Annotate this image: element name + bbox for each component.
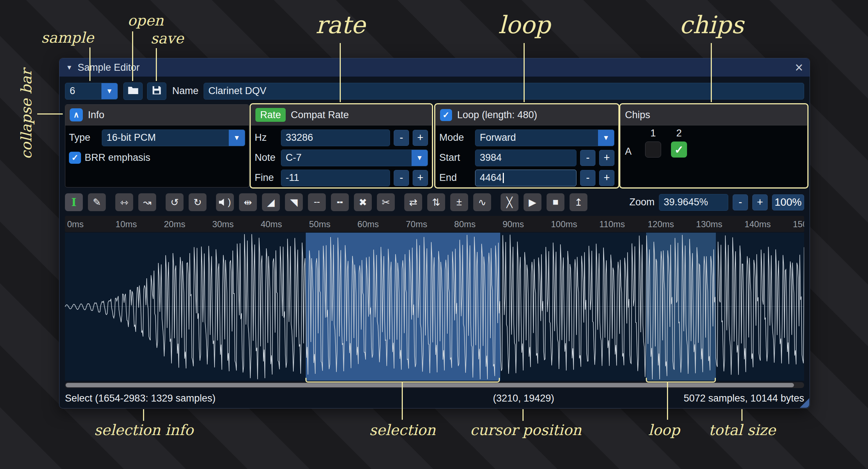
fine-minus-button[interactable]: - bbox=[394, 170, 409, 186]
zoom-input[interactable]: 39.9645% bbox=[659, 194, 728, 211]
loop-end-label: End bbox=[439, 172, 471, 183]
rate-panel-header: Rate Compat Rate bbox=[251, 105, 432, 125]
play-icon[interactable]: ▶ bbox=[524, 193, 541, 211]
zoom-out-button[interactable]: - bbox=[733, 194, 748, 210]
chips-panel-title: Chips bbox=[625, 109, 650, 121]
name-input[interactable]: Clarinet DQV bbox=[204, 83, 804, 100]
note-value: C-7 bbox=[286, 152, 302, 163]
sample-selector[interactable]: 6 ▼ bbox=[65, 83, 118, 100]
draw-icon[interactable]: ✎ bbox=[88, 193, 106, 211]
loop-start-plus-button[interactable]: + bbox=[599, 150, 614, 166]
waveform-display[interactable] bbox=[65, 233, 804, 381]
loop-end-plus-button[interactable]: + bbox=[599, 170, 614, 186]
undo-icon[interactable]: ↺ bbox=[166, 193, 184, 211]
hz-label: Hz bbox=[255, 132, 277, 143]
check-icon: ✓ bbox=[72, 153, 78, 163]
loop-start-minus-button[interactable]: - bbox=[580, 150, 595, 166]
ruler-label: 0ms bbox=[67, 219, 84, 229]
trim-icon[interactable]: ✂ bbox=[377, 193, 395, 211]
ruler-label: 60ms bbox=[358, 219, 379, 229]
loop-end-minus-button[interactable]: - bbox=[580, 170, 595, 186]
save-button[interactable] bbox=[147, 82, 166, 100]
ruler-label: 110ms bbox=[599, 219, 625, 229]
note-dropdown[interactable]: C-7 ▼ bbox=[281, 150, 428, 166]
scrollbar-thumb[interactable] bbox=[66, 383, 794, 387]
ruler-label: 100ms bbox=[551, 219, 577, 229]
sample-number: 6 bbox=[70, 85, 75, 97]
waveform-scrollbar[interactable] bbox=[65, 382, 804, 388]
window-collapse-icon[interactable]: ▼ bbox=[66, 64, 73, 71]
type-label: Type bbox=[69, 132, 98, 143]
rate-panel-title: Compat Rate bbox=[291, 109, 349, 121]
ruler-label: 90ms bbox=[502, 219, 524, 229]
chevron-up-icon: ∧ bbox=[73, 110, 79, 120]
chip-row-label: A bbox=[625, 146, 632, 157]
chip-a1-checkbox[interactable] bbox=[645, 142, 661, 158]
sample-editor-window: ▼ Sample Editor × 6 ▼ Name Clarinet DQV bbox=[59, 58, 810, 408]
reverse-icon[interactable]: ⇄ bbox=[404, 193, 422, 211]
loop-start-input[interactable]: 3984 bbox=[475, 150, 576, 166]
normalize-icon[interactable]: ⇹ bbox=[239, 193, 257, 211]
chip-a2-checkbox[interactable]: ✓ bbox=[671, 142, 687, 158]
chevron-down-icon: ▼ bbox=[229, 130, 245, 146]
type-dropdown[interactable]: 16-bit PCM ▼ bbox=[102, 129, 245, 146]
toolbar: I✎⇿↝↺↻)⇹◢◥╌╍✖✂⇄⇅±∿╳▶■↥ Zoom 39.9645% - +… bbox=[65, 193, 804, 212]
annotation-line-save bbox=[156, 48, 157, 81]
ruler-label: 10ms bbox=[116, 219, 137, 229]
close-icon[interactable]: × bbox=[795, 61, 803, 74]
open-button[interactable] bbox=[123, 82, 143, 100]
status-bar: Select (1654-2983: 1329 samples) (3210, … bbox=[65, 388, 804, 408]
stop-icon[interactable]: ■ bbox=[547, 193, 564, 211]
brr-emphasis-checkbox[interactable]: ✓ bbox=[69, 152, 81, 164]
annotation-line-collapse-bar bbox=[37, 113, 63, 115]
resample-icon[interactable]: ↝ bbox=[138, 193, 156, 211]
ruler-label: 40ms bbox=[261, 219, 282, 229]
waveform-path bbox=[65, 234, 804, 379]
rate-badge[interactable]: Rate bbox=[255, 108, 286, 122]
hz-minus-button[interactable]: - bbox=[394, 130, 409, 146]
fade-in-icon[interactable]: ◢ bbox=[262, 193, 280, 211]
select-icon[interactable]: I bbox=[65, 193, 83, 211]
hz-plus-button[interactable]: + bbox=[413, 130, 428, 146]
chips-panel-header: Chips bbox=[621, 105, 807, 125]
upload-icon[interactable]: ↥ bbox=[570, 193, 587, 211]
zoom-label: Zoom bbox=[629, 197, 655, 208]
zoom-in-button[interactable]: + bbox=[752, 194, 768, 210]
loop-end-input[interactable]: 4464 bbox=[475, 170, 576, 186]
ruler-label: 20ms bbox=[164, 219, 185, 229]
time-ruler[interactable]: 0ms10ms20ms30ms40ms50ms60ms70ms80ms90ms1… bbox=[65, 216, 804, 232]
fine-input[interactable]: -11 bbox=[281, 170, 390, 186]
apply-silence-icon[interactable]: ╍ bbox=[331, 193, 349, 211]
titlebar[interactable]: ▼ Sample Editor × bbox=[59, 58, 810, 77]
fine-plus-button[interactable]: + bbox=[413, 170, 428, 186]
resize-icon[interactable]: ⇿ bbox=[115, 193, 133, 211]
loop-mode-dropdown[interactable]: Forward ▼ bbox=[475, 129, 614, 146]
invert-icon[interactable]: ⇅ bbox=[427, 193, 445, 211]
loop-enable-checkbox[interactable]: ✓ bbox=[440, 109, 452, 121]
folder-icon bbox=[128, 86, 139, 97]
insert-silence-icon[interactable]: ╌ bbox=[308, 193, 326, 211]
annotation-total-size: total size bbox=[709, 422, 776, 438]
loop-panel: ✓ Loop (length: 480) Mode Forward ▼ Star… bbox=[435, 104, 618, 187]
loop-bracket bbox=[646, 378, 716, 383]
info-panel-header[interactable]: ∧ Info bbox=[65, 105, 249, 125]
collapse-button[interactable]: ∧ bbox=[70, 108, 83, 121]
sample-header-row: 6 ▼ Name Clarinet DQV bbox=[65, 82, 804, 100]
annotation-line-sample bbox=[89, 47, 90, 81]
loop-panel-title: Loop (length: 480) bbox=[457, 109, 537, 121]
loop-start-value: 3984 bbox=[480, 152, 502, 163]
sign-icon[interactable]: ± bbox=[450, 193, 468, 211]
amplify-icon[interactable]: ) bbox=[216, 193, 234, 211]
crossfade-icon[interactable]: ╳ bbox=[501, 193, 518, 211]
delete-icon[interactable]: ✖ bbox=[354, 193, 372, 211]
redo-icon[interactable]: ↻ bbox=[189, 193, 207, 211]
brr-emphasis-label: BRR emphasis bbox=[85, 152, 150, 163]
zoom-reset-button[interactable]: 100% bbox=[772, 194, 804, 210]
annotation-line-chips bbox=[711, 43, 712, 102]
ruler-label: 50ms bbox=[309, 219, 331, 229]
hz-input[interactable]: 33286 bbox=[281, 129, 390, 146]
annotation-open: open bbox=[127, 12, 163, 29]
loop-start-label: Start bbox=[439, 152, 471, 163]
filter-icon[interactable]: ∿ bbox=[473, 193, 491, 211]
fade-out-icon[interactable]: ◥ bbox=[285, 193, 303, 211]
